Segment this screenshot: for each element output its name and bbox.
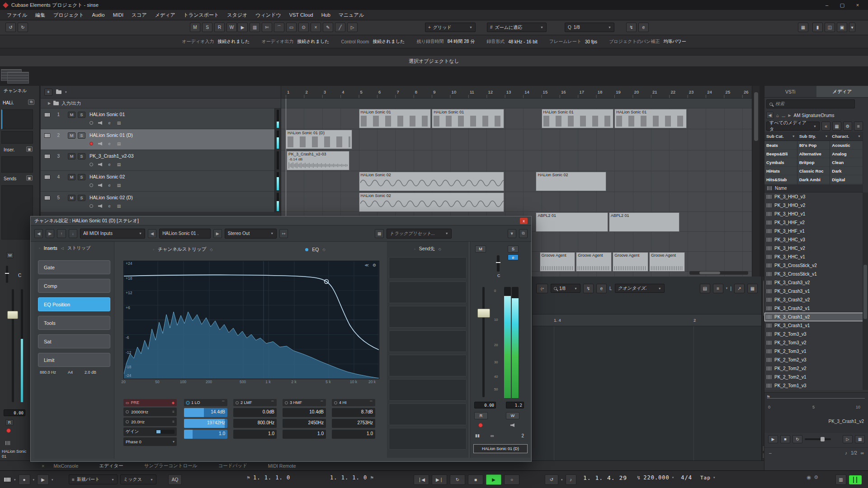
band-freq-field[interactable]: 2450Hz [283,419,326,428]
monitor-icon[interactable] [98,142,102,145]
inspector-sends-label[interactable]: Sends [4,176,16,181]
channel-strip-header[interactable]: ◦チャンネルストリップ◇ [119,244,247,254]
clip-Groove-Agent[interactable]: Groove Agent [576,252,612,272]
undo-button[interactable]: ↺ [5,23,16,32]
track-solo-button[interactable]: S [78,132,85,139]
minimize-button[interactable]: – [820,1,834,9]
lower-zone-tab-サンプラーコントロール[interactable]: サンプラーコントロール [144,463,198,469]
redo-button[interactable]: ↻ [18,23,28,32]
pre-highcut-row[interactable]: 20000Hz≡ [123,408,177,416]
preview-loop-button[interactable]: ↻ [793,435,802,443]
cycle-button[interactable]: ↻ [450,474,465,485]
strip-module-Limit[interactable]: Limit [38,353,110,367]
inspector-inserts-label[interactable]: Inser. [4,147,14,152]
eq-band-header[interactable]: 4 HI⌒ [332,399,375,406]
file-row[interactable]: PK_3_HHO_v1 [764,210,863,218]
strip-volume-value[interactable]: 0.00 [474,402,496,408]
eq-preset-gear-icon[interactable]: ⚙ [373,263,376,267]
home-icon[interactable]: ⌂ [776,113,779,118]
inserts-add-icon[interactable]: ▣ [26,146,33,152]
inspector-expand-icon[interactable]: ⧉ [28,99,34,105]
clip-HALion-Sonic-02[interactable]: HALion Sonic 02 [359,172,504,191]
editor-quantize-preset-combo[interactable]: クオンタイズ.▼ [615,284,665,293]
inspector-sub-panel[interactable] [1,131,33,144]
editor-windows-icon[interactable]: ▦ [747,284,758,293]
band-power-icon[interactable] [285,401,288,404]
track-row-5[interactable]: 5MSHALion Sonic 02 (D)e▤ [41,192,275,212]
play-button[interactable]: ▶ [486,474,501,485]
lower-zone-tab-MIDI Remote[interactable]: MIDI Remote [268,463,296,469]
tap-tempo-button[interactable]: Tap [700,475,711,481]
strip-fader-track[interactable] [482,287,485,397]
filter-item[interactable]: Classic Roc [797,167,830,175]
filter-item[interactable]: Dark [830,167,863,175]
editor-lines-icon[interactable]: ≡ [713,284,723,293]
timeline-ruler[interactable]: 1234567891011121314151617181920212223242… [281,86,752,99]
goto-input-button[interactable]: ◀ [148,229,156,238]
mini-pan-track[interactable] [6,266,8,283]
tool-split-icon[interactable]: ✄ [262,23,272,32]
left-zone-toggle[interactable]: ▮ [812,23,823,32]
automation-r-button[interactable]: R [214,23,225,32]
quantize-combo[interactable]: Q1/8▼ [565,23,614,32]
edit-channel-icon[interactable]: e [107,204,112,208]
position-display[interactable]: 1. 1. 4. 29 [583,474,627,481]
editor-lightning-icon[interactable]: ↯ [583,284,594,293]
tool-mute-icon[interactable]: × [311,23,321,32]
track-controls-icon[interactable]: ▤ [117,141,121,146]
band-power-icon[interactable] [236,401,239,404]
filter-item[interactable]: Britpop [797,158,830,167]
strip-module-Comp[interactable]: Comp [38,279,110,293]
strip-module-Tools[interactable]: Tools [38,316,110,330]
eq-band-header[interactable]: 1 LO⌒ [184,399,227,406]
tool-draw-icon[interactable]: ✎ [323,23,333,32]
mini-mute-button[interactable]: M [6,252,14,258]
copy-settings-icon[interactable]: ⧉ [519,229,528,238]
track-controls-icon[interactable]: ▤ [117,121,121,125]
preview-stop-button[interactable]: ■ [780,435,790,443]
record-button[interactable]: ○ [504,474,519,485]
send-slot-6[interactable] [389,379,467,401]
record-enable-icon[interactable] [90,183,93,187]
track-controls-icon[interactable]: ▤ [117,183,121,188]
io-channels-row[interactable]: ▶ 入力/出力 [41,99,281,108]
zoom-mode-combo[interactable]: #ズームに適応▼ [487,23,547,32]
tool-erase-icon[interactable]: ▭ [286,23,297,32]
menu-item-マニュアル[interactable]: マニュアル [335,10,368,20]
strip-pan-value[interactable]: 1.2 [506,402,524,408]
filter-column-header[interactable]: Charact.▼ [830,132,863,141]
band-freq-field[interactable]: 19742Hz [184,419,227,428]
send-slot-7[interactable] [389,404,467,425]
preview-ruler[interactable]: 0510 [767,398,865,412]
grid-type-combo[interactable]: +グリッド▼ [425,23,476,32]
automation-m-button[interactable]: M [190,23,200,32]
band-q-field[interactable]: 1.0 [233,430,277,439]
strip-fader-cap[interactable] [477,309,490,318]
editor-crossfade-tool[interactable]: -|+ [536,284,548,293]
strip-bypass-infinity-icon[interactable]: ∞ [491,433,494,438]
record-enable-icon[interactable] [90,163,93,166]
filter-item[interactable]: Acoustic [830,141,863,150]
preview-auto-play-icon[interactable]: ▷ [843,435,853,443]
mini-fader-cap[interactable] [7,311,18,319]
filter-column-header[interactable]: Sub Cat.▼ [764,132,797,141]
file-row[interactable]: PK_3_HHF_v1 [764,227,863,235]
track-solo-button[interactable]: S [78,195,85,201]
track-mute-button[interactable]: M [68,195,75,201]
output-jump-icon[interactable]: ↦ [279,229,288,238]
automation-s-button[interactable]: S [202,23,212,32]
right-zone-tab-VSTi[interactable]: VSTi [764,86,816,97]
strip-module-Gate[interactable]: Gate [38,260,110,274]
transport-gear-icon[interactable]: ⚙ [814,474,818,480]
send-slot-4[interactable] [389,330,467,352]
strip-write-button[interactable]: W [506,412,519,419]
mouse-mode-icon[interactable]: ▶ [37,474,49,485]
mini-record-button[interactable] [6,428,11,433]
lower-zone-tab-コードパッド[interactable]: コードパッド [218,463,247,469]
midi-editor-zone[interactable]: -|+ 1/8▼ ↯ e L クオンタイズ.▼ ▤ ≡ ▾ | ↗ ▦ 1. 4… [533,277,761,460]
filter-item[interactable]: Beats [764,141,797,150]
input-routing-combo[interactable]: All MIDI Inputs▼ [80,229,145,239]
editor-open-external-icon[interactable]: ↗ [734,284,745,293]
band-gain-field[interactable]: 10.4dB [283,408,326,417]
band-q-field[interactable]: 1.0 [283,430,326,439]
